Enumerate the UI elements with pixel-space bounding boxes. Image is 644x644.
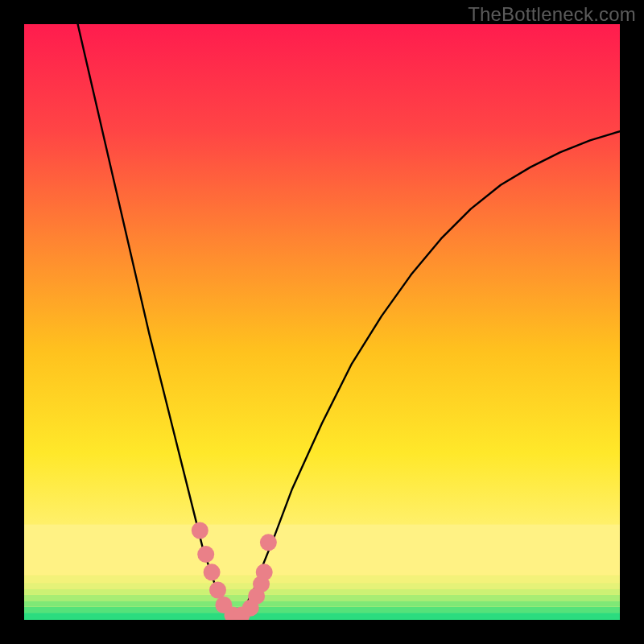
- marker-dot: [209, 582, 226, 599]
- marker-dot: [256, 564, 273, 580]
- chart-frame: TheBottleneck.com: [0, 0, 644, 644]
- watermark-text: TheBottleneck.com: [468, 3, 636, 26]
- band-green-4: [24, 595, 620, 601]
- marker-dot: [260, 534, 277, 551]
- band-green-7: [24, 576, 620, 584]
- band-green-1: [24, 613, 620, 620]
- band-green-2: [24, 607, 620, 613]
- plot-area: [24, 24, 620, 620]
- marker-dot: [197, 546, 214, 563]
- band-green-6: [24, 583, 620, 588]
- marker-dot: [192, 522, 208, 539]
- band-yellow-band: [24, 525, 620, 576]
- color-bands: [24, 525, 620, 620]
- band-green-3: [24, 601, 620, 606]
- band-green-5: [24, 589, 620, 595]
- chart-svg: [24, 24, 620, 620]
- marker-dot: [204, 564, 221, 580]
